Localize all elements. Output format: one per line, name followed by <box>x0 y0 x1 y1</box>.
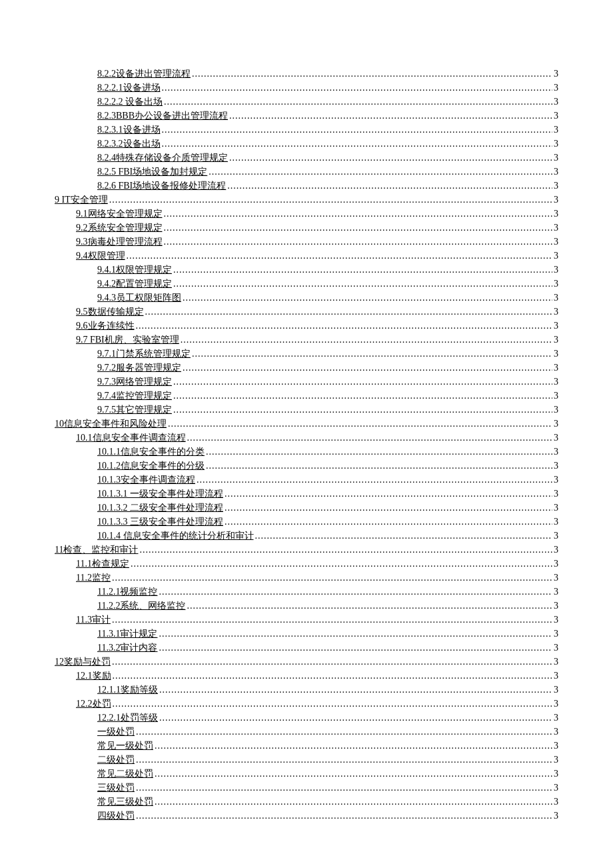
toc-link[interactable]: 9.2系统安全管理规定 <box>76 221 163 235</box>
toc-link[interactable]: 9.6业务连续性 <box>76 319 135 333</box>
toc-link[interactable]: 常见二级处罚 <box>97 767 153 781</box>
toc-link[interactable]: 11.3审计 <box>76 613 111 627</box>
toc-link[interactable]: 9.7.3网络管理规定 <box>97 375 172 389</box>
toc-link[interactable]: 8.2.4特殊存储设备介质管理规定 <box>97 151 228 165</box>
toc-page-number: 3 <box>554 585 558 599</box>
toc-row: 二级处罚3 <box>55 753 558 767</box>
toc-link[interactable]: 11.3.1审计规定 <box>97 627 157 641</box>
toc-link[interactable]: 8.2.2.1设备进场 <box>97 81 161 95</box>
toc-link[interactable]: 9.7.2服务器管理规定 <box>97 361 181 375</box>
toc-row: 11.2监控3 <box>55 571 558 585</box>
toc-link[interactable]: 12奖励与处罚 <box>55 655 111 669</box>
toc-leader-dots <box>164 207 553 221</box>
toc-page-number: 3 <box>554 305 558 319</box>
toc-leader-dots <box>183 291 552 305</box>
toc-row: 9.4.1权限管理规定3 <box>55 263 558 277</box>
toc-link[interactable]: 8.2.3.1设备进场 <box>97 123 161 137</box>
toc-page-number: 3 <box>554 459 558 473</box>
toc-link[interactable]: 11.2.2系统、网络监控 <box>97 599 185 613</box>
toc-link[interactable]: 10信息安全事件和风险处理 <box>55 417 167 431</box>
toc-link[interactable]: 8.2.5 FBI场地设备加封规定 <box>97 165 207 179</box>
toc-row: 8.2.4特殊存储设备介质管理规定3 <box>55 151 558 165</box>
toc-leader-dots <box>136 781 552 795</box>
toc-page-number: 3 <box>554 543 558 557</box>
toc-link[interactable]: 10.1.3.3 三级安全事件处理流程 <box>97 515 223 529</box>
toc-page-number: 3 <box>554 627 558 641</box>
toc-row: 三级处罚3 <box>55 781 558 795</box>
toc-leader-dots <box>173 389 552 403</box>
toc-row: 9 IT安全管理3 <box>55 193 558 207</box>
toc-link[interactable]: 10.1信息安全事件调查流程 <box>76 431 186 445</box>
toc-link[interactable]: 10.1.3安全事件调查流程 <box>97 473 195 487</box>
toc-link[interactable]: 9.7.1门禁系统管理规定 <box>97 347 191 361</box>
toc-link[interactable]: 10.1.2信息安全事件的分级 <box>97 459 205 473</box>
toc-page-number: 3 <box>554 753 558 767</box>
toc-link[interactable]: 9.5数据传输规定 <box>76 305 144 319</box>
toc-link[interactable]: 11.2监控 <box>76 571 111 585</box>
toc-row: 10.1信息安全事件调查流程3 <box>55 431 558 445</box>
toc-page-number: 3 <box>554 263 558 277</box>
toc-leader-dots <box>113 697 553 711</box>
toc-link[interactable]: 10.1.1信息安全事件的分类 <box>97 445 205 459</box>
toc-link[interactable]: 8.2.2设备进出管理流程 <box>97 67 191 81</box>
toc-link[interactable]: 10.1.3.1 一级安全事件处理流程 <box>97 487 223 501</box>
toc-link[interactable]: 9.7.5其它管理规定 <box>97 403 172 417</box>
toc-row: 11.3.2审计内容3 <box>55 641 558 655</box>
toc-page-number: 3 <box>554 515 558 529</box>
toc-link[interactable]: 8.2.3.2设备出场 <box>97 137 161 151</box>
toc-link[interactable]: 9.1网络安全管理规定 <box>76 207 163 221</box>
toc-leader-dots <box>181 333 552 347</box>
toc-link[interactable]: 8.2.2.2 设备出场 <box>97 95 163 109</box>
toc-link[interactable]: 9.4权限管理 <box>76 249 125 263</box>
toc-link[interactable]: 10.1.4 信息安全事件的统计分析和审计 <box>97 529 254 543</box>
toc-link[interactable]: 11.2.1视频监控 <box>97 585 157 599</box>
toc-leader-dots <box>197 473 552 487</box>
toc-page-number: 3 <box>554 193 558 207</box>
toc-link[interactable]: 9.4.1权限管理规定 <box>97 263 172 277</box>
toc-link[interactable]: 9.4.3员工权限矩阵图 <box>97 291 181 305</box>
toc-row: 10.1.2信息安全事件的分级3 <box>55 459 558 473</box>
toc-leader-dots <box>164 221 553 235</box>
toc-link[interactable]: 12.1.1奖励等级 <box>97 683 158 697</box>
toc-page-number: 3 <box>554 501 558 515</box>
toc-leader-dots <box>136 809 552 823</box>
toc-page-number: 3 <box>554 725 558 739</box>
toc-link[interactable]: 9.7 FBI机房、实验室管理 <box>76 333 179 347</box>
toc-page-number: 3 <box>554 739 558 753</box>
toc-leader-dots <box>227 179 552 193</box>
toc-link[interactable]: 8.2.3BBB办公设备进出管理流程 <box>97 109 228 123</box>
toc-link[interactable]: 12.2.1处罚等级 <box>97 711 158 725</box>
toc-link[interactable]: 9.3病毒处理管理流程 <box>76 235 163 249</box>
toc-link[interactable]: 四级处罚 <box>97 809 135 823</box>
toc-link[interactable]: 11检查、监控和审计 <box>55 543 138 557</box>
toc-link[interactable]: 9.4.2配置管理规定 <box>97 277 172 291</box>
toc-link[interactable]: 三级处罚 <box>97 781 135 795</box>
toc-leader-dots <box>109 193 552 207</box>
toc-page-number: 3 <box>554 235 558 249</box>
toc-page-number: 3 <box>554 571 558 585</box>
toc-link[interactable]: 一级处罚 <box>97 725 135 739</box>
toc-row: 12.1奖励3 <box>55 669 558 683</box>
toc-link[interactable]: 11.1检查规定 <box>76 557 129 571</box>
toc-row: 10.1.4 信息安全事件的统计分析和审计3 <box>55 529 558 543</box>
toc-link[interactable]: 常见一级处罚 <box>97 739 153 753</box>
toc-page-number: 3 <box>554 81 558 95</box>
toc-link[interactable]: 二级处罚 <box>97 753 135 767</box>
toc-link[interactable]: 8.2.6 FBI场地设备报修处理流程 <box>97 179 226 193</box>
toc-leader-dots <box>192 347 552 361</box>
toc-link[interactable]: 9 IT安全管理 <box>55 193 108 207</box>
toc-page-number: 3 <box>554 109 558 123</box>
toc-page-number: 3 <box>554 557 558 571</box>
toc-link[interactable]: 常见三级处罚 <box>97 795 153 809</box>
toc-page-number: 3 <box>554 403 558 417</box>
toc-link[interactable]: 11.3.2审计内容 <box>97 641 157 655</box>
toc-leader-dots <box>164 235 553 249</box>
toc-link[interactable]: 12.1奖励 <box>76 669 111 683</box>
toc-link[interactable]: 10.1.3.2 二级安全事件处理流程 <box>97 501 223 515</box>
toc-page-number: 3 <box>554 137 558 151</box>
toc-leader-dots <box>225 501 552 515</box>
toc-link[interactable]: 9.7.4监控管理规定 <box>97 389 172 403</box>
toc-link[interactable]: 12.2处罚 <box>76 697 111 711</box>
toc-row: 12.1.1奖励等级3 <box>55 683 558 697</box>
toc-leader-dots <box>113 669 553 683</box>
